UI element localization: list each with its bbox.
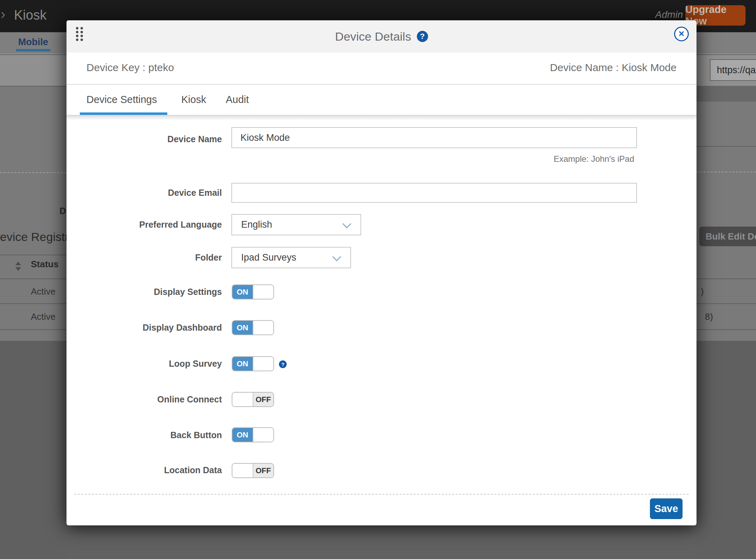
loop-survey-help-icon[interactable]: ? (279, 360, 287, 368)
loop-survey-label: Loop Survey (102, 359, 222, 369)
table-row-status: Active (31, 311, 56, 322)
online-connect-label: Online Connect (102, 394, 222, 405)
modal-title: Device Details (335, 30, 411, 43)
toggle-state: OFF (253, 464, 274, 477)
table-row-fragment: 8) (705, 311, 713, 322)
background-cut-label: D (59, 206, 66, 216)
location-data-toggle[interactable]: OFF (232, 463, 274, 478)
modal-titlebar: Device Details ? ✕ (66, 20, 696, 53)
chevron-down-icon (332, 252, 341, 261)
device-registration-heading-fragment: evice Registr (0, 230, 66, 244)
folder-select[interactable]: Ipad Surveys (231, 247, 351, 268)
status-column-header[interactable]: Status (31, 259, 58, 270)
divider (0, 255, 66, 255)
toggle-state: ON (232, 357, 253, 371)
divider (0, 278, 66, 279)
tab-mobile[interactable]: Mobile (16, 37, 50, 51)
preferred-language-label: Preferred Language (102, 220, 222, 230)
divider (696, 146, 756, 147)
toggle-state: ON (232, 321, 253, 334)
device-name-input[interactable] (231, 127, 637, 148)
preferred-language-select[interactable]: English (231, 214, 361, 235)
dashed-divider (0, 172, 66, 173)
divider (0, 329, 66, 330)
toggle-knob (232, 464, 253, 477)
toggle-knob (253, 428, 274, 442)
device-name-hint: Example: John's iPad (554, 154, 634, 164)
active-tab-underline (80, 112, 167, 115)
device-email-input[interactable] (231, 183, 637, 203)
modal-subheader: Device Key : pteko Device Name : Kiosk M… (66, 53, 696, 85)
device-name-text: Device Name : Kiosk Mode (550, 62, 677, 74)
toggle-state: OFF (253, 393, 274, 406)
table-row-status: Active (31, 286, 56, 297)
background-footer-band (0, 341, 66, 559)
divider (0, 303, 66, 304)
location-data-label: Location Data (102, 465, 222, 475)
loop-survey-toggle[interactable]: ON (232, 356, 274, 371)
tab-kiosk[interactable]: Kiosk (181, 85, 206, 114)
tab-bar-shadow (66, 116, 696, 120)
modal-title-wrap: Device Details ? (66, 20, 696, 53)
display-settings-label: Display Settings (102, 287, 222, 297)
device-key-text: Device Key : pteko (86, 62, 174, 74)
page-title: Kiosk (14, 8, 47, 23)
folder-value: Ipad Surveys (241, 252, 296, 263)
close-icon[interactable]: ✕ (674, 27, 689, 41)
modal-tab-bar: Device Settings Kiosk Audit (66, 85, 696, 116)
save-button[interactable]: Save (650, 498, 682, 519)
sort-icon[interactable] (15, 262, 21, 271)
back-button-label: Back Button (102, 430, 222, 440)
screen: › Kiosk Admin Upgrade Now Mobile D evice… (0, 0, 756, 559)
online-connect-toggle[interactable]: OFF (232, 392, 274, 407)
breadcrumb-chevron-icon: › (1, 6, 5, 22)
background-toolbar-band (0, 55, 66, 86)
url-field[interactable]: https://qa.c (710, 59, 756, 81)
bulk-edit-devices-button[interactable]: Bulk Edit Dev (699, 227, 756, 246)
toggle-knob (253, 357, 274, 371)
display-dashboard-toggle[interactable]: ON (232, 320, 274, 335)
dashed-divider (696, 172, 756, 172)
chevron-down-icon (342, 219, 351, 228)
tab-audit[interactable]: Audit (226, 85, 249, 114)
divider (696, 303, 756, 304)
background-right-strip: https://qa.c Bulk Edit Dev ) 8) (696, 55, 756, 559)
tab-device-settings[interactable]: Device Settings (86, 85, 157, 114)
device-details-modal: Device Details ? ✕ Device Key : pteko De… (66, 20, 696, 525)
toggle-knob (253, 285, 274, 299)
divider (696, 278, 756, 279)
device-name-label: Device Name (102, 134, 222, 144)
background-footer-band (696, 341, 756, 559)
toggle-knob (232, 393, 253, 406)
display-settings-toggle[interactable]: ON (232, 284, 274, 299)
preferred-language-value: English (241, 219, 272, 230)
toggle-knob (253, 321, 274, 334)
background-left-strip: D evice Registr Status Active Active (0, 55, 66, 559)
background-band (696, 86, 756, 102)
admin-label: Admin (655, 9, 683, 20)
device-email-label: Device Email (102, 188, 222, 198)
table-row-fragment: ) (701, 286, 704, 297)
display-dashboard-label: Display Dashboard (102, 323, 222, 333)
toggle-state: ON (232, 428, 253, 442)
back-button-toggle[interactable]: ON (232, 427, 274, 442)
divider (0, 86, 66, 87)
help-icon[interactable]: ? (417, 31, 428, 42)
divider (696, 329, 756, 330)
toggle-state: ON (232, 285, 253, 299)
footer-divider (74, 494, 689, 495)
folder-label: Folder (102, 253, 222, 263)
